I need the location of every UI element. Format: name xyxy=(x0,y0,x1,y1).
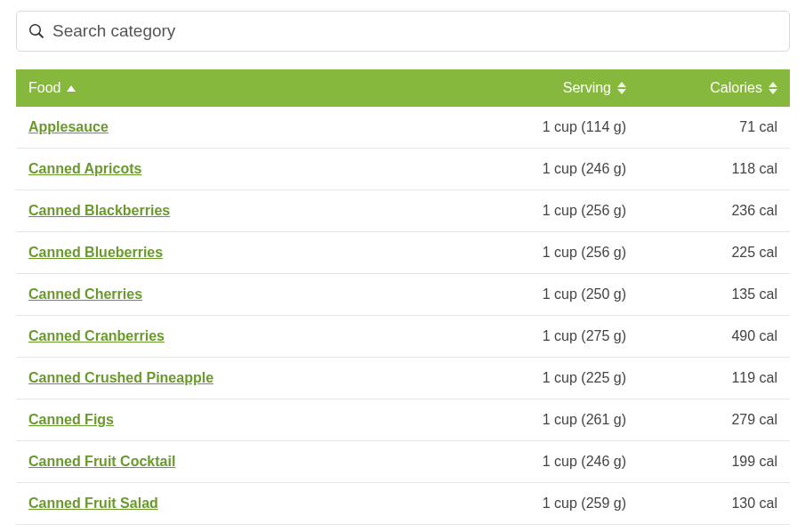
food-link[interactable]: Canned Blueberries xyxy=(28,245,163,260)
cell-calories: 118 cal xyxy=(639,149,790,190)
column-header-serving[interactable]: Serving xyxy=(461,69,639,107)
cell-serving: 1 cup (225 g) xyxy=(461,358,639,399)
cell-food: Canned Apricots xyxy=(16,149,461,190)
cell-serving: 1 cup (275 g) xyxy=(461,316,639,358)
cell-food: Canned Blackberries xyxy=(16,190,461,232)
cell-calories: 130 cal xyxy=(639,483,790,525)
food-link[interactable]: Canned Cherries xyxy=(28,286,142,302)
svg-marker-0 xyxy=(67,85,76,92)
cell-calories: 199 cal xyxy=(639,441,790,483)
table-row: Canned Fruit Cocktail1 cup (246 g)199 ca… xyxy=(16,441,790,483)
column-header-food-label: Food xyxy=(28,80,60,96)
food-link[interactable]: Canned Fruit Salad xyxy=(28,496,158,511)
cell-calories: 225 cal xyxy=(639,232,790,274)
food-link[interactable]: Canned Blackberries xyxy=(28,203,170,218)
cell-calories: 71 cal xyxy=(639,107,790,149)
cell-food: Canned Fruit Salad xyxy=(16,483,461,525)
table-header-row: Food Serving xyxy=(16,69,790,107)
cell-food: Applesauce xyxy=(16,107,461,149)
table-row: Canned Cranberries1 cup (275 g)490 cal xyxy=(16,316,790,358)
sort-icon xyxy=(769,82,777,94)
table-row: Applesauce1 cup (114 g)71 cal xyxy=(16,107,790,149)
search-box[interactable] xyxy=(16,11,790,52)
food-link[interactable]: Canned Fruit Cocktail xyxy=(28,454,175,469)
table-row: Canned Apricots1 cup (246 g)118 cal xyxy=(16,149,790,190)
cell-serving: 1 cup (246 g) xyxy=(461,149,639,190)
cell-serving: 1 cup (256 g) xyxy=(461,190,639,232)
column-header-calories-label: Calories xyxy=(710,80,762,96)
sort-icon xyxy=(617,82,626,94)
cell-calories: 119 cal xyxy=(639,358,790,399)
cell-serving: 1 cup (261 g) xyxy=(461,399,639,441)
svg-marker-1 xyxy=(617,82,626,87)
cell-food: Canned Crushed Pineapple xyxy=(16,358,461,399)
food-link[interactable]: Canned Figs xyxy=(28,412,114,427)
column-header-calories[interactable]: Calories xyxy=(639,69,790,107)
cell-food: Canned Fruit Cocktail xyxy=(16,441,461,483)
food-link[interactable]: Canned Crushed Pineapple xyxy=(28,370,213,385)
cell-food: Canned Cherries xyxy=(16,274,461,316)
cell-food: Canned Blueberries xyxy=(16,232,461,274)
cell-serving: 1 cup (250 g) xyxy=(461,274,639,316)
cell-serving: 1 cup (114 g) xyxy=(461,107,639,149)
food-link[interactable]: Canned Cranberries xyxy=(28,328,165,343)
svg-marker-2 xyxy=(617,89,626,94)
table-row: Canned Crushed Pineapple1 cup (225 g)119… xyxy=(16,358,790,399)
column-header-serving-label: Serving xyxy=(563,80,611,96)
food-link[interactable]: Applesauce xyxy=(28,119,109,134)
table-row: Canned Blueberries1 cup (256 g)225 cal xyxy=(16,232,790,274)
svg-marker-3 xyxy=(769,82,777,87)
svg-marker-4 xyxy=(769,89,777,94)
table-row: Canned Figs1 cup (261 g)279 cal xyxy=(16,399,790,441)
cell-food: Canned Cranberries xyxy=(16,316,461,358)
cell-calories: 279 cal xyxy=(639,399,790,441)
cell-food: Canned Figs xyxy=(16,399,461,441)
cell-serving: 1 cup (246 g) xyxy=(461,441,639,483)
sort-asc-icon xyxy=(67,85,76,92)
table-row: Canned Cherries1 cup (250 g)135 cal xyxy=(16,274,790,316)
cell-calories: 490 cal xyxy=(639,316,790,358)
cell-serving: 1 cup (259 g) xyxy=(461,483,639,525)
table-row: Canned Fruit Salad1 cup (259 g)130 cal xyxy=(16,483,790,525)
column-header-food[interactable]: Food xyxy=(16,69,461,107)
calorie-table: Food Serving xyxy=(16,69,790,525)
food-link[interactable]: Canned Apricots xyxy=(28,161,141,176)
cell-calories: 135 cal xyxy=(639,274,790,316)
table-row: Canned Blackberries1 cup (256 g)236 cal xyxy=(16,190,790,232)
cell-serving: 1 cup (256 g) xyxy=(461,232,639,274)
cell-calories: 236 cal xyxy=(639,190,790,232)
search-icon xyxy=(29,24,44,38)
search-input[interactable] xyxy=(52,21,777,41)
